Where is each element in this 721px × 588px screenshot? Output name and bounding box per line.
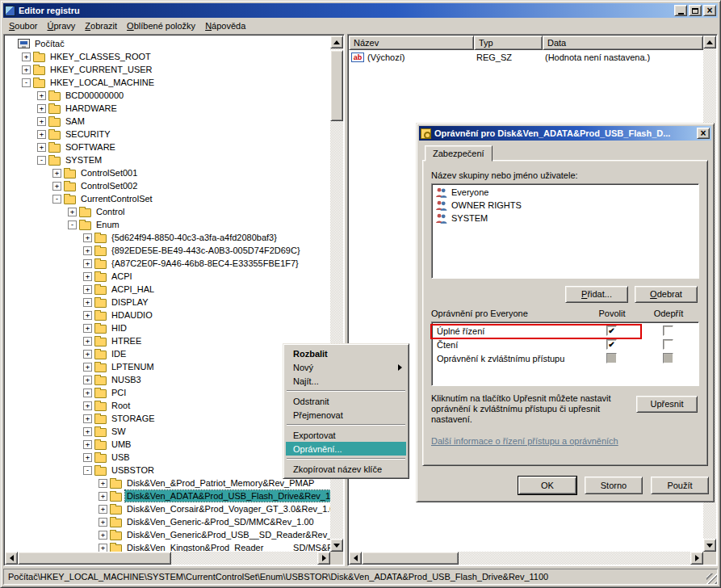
- tree-node-label[interactable]: ACPI: [110, 271, 134, 282]
- tree-node-label[interactable]: PCI: [110, 387, 128, 398]
- tree-node-label[interactable]: ControlSet001: [79, 167, 139, 178]
- expand-toggle-icon[interactable]: +: [52, 169, 61, 178]
- expand-toggle-icon[interactable]: +: [83, 272, 92, 281]
- expand-toggle-icon[interactable]: +: [83, 259, 92, 268]
- expand-toggle-icon[interactable]: +: [83, 285, 92, 294]
- group-list-item[interactable]: Everyone: [434, 186, 697, 199]
- cancel-button[interactable]: Storno: [585, 477, 643, 494]
- tree-node-label[interactable]: SOFTWARE: [64, 141, 117, 153]
- group-list-item[interactable]: OWNER RIGHTS: [434, 199, 697, 212]
- expand-toggle-icon[interactable]: +: [83, 246, 92, 255]
- tree-node-label[interactable]: Počítač: [33, 38, 66, 49]
- expand-toggle-icon[interactable]: +: [99, 518, 107, 527]
- vertical-scrollbar-thumb[interactable]: [330, 50, 343, 121]
- tree-node-label[interactable]: HTREE: [110, 335, 143, 346]
- tree-node-label[interactable]: HARDWARE: [64, 103, 119, 114]
- ok-button[interactable]: OK: [518, 477, 576, 494]
- scroll-right-button[interactable]: [317, 552, 330, 565]
- context-menu-item[interactable]: Oprávnění...: [286, 442, 406, 456]
- dialog-title-bar[interactable]: Oprávnění pro Disk&Ven_ADATA&Prod_USB_Fl…: [419, 126, 711, 141]
- collapse-toggle-icon[interactable]: -: [68, 220, 77, 229]
- expand-toggle-icon[interactable]: +: [83, 233, 92, 242]
- tree-node-label[interactable]: ACPI_HAL: [110, 284, 156, 295]
- menu-item[interactable]: Soubor: [4, 19, 42, 32]
- deny-checkbox[interactable]: [663, 353, 673, 363]
- tree-node-label[interactable]: Enum: [94, 219, 121, 230]
- tree-node-label[interactable]: SECURITY: [64, 128, 112, 140]
- maximize-button[interactable]: [689, 5, 702, 16]
- tree-node-label[interactable]: HKEY_CLASSES_ROOT: [48, 51, 153, 62]
- scroll-left-button[interactable]: [5, 552, 18, 565]
- minimize-button[interactable]: [674, 5, 687, 16]
- expand-toggle-icon[interactable]: +: [99, 544, 107, 552]
- tree-node-label[interactable]: HID: [110, 322, 128, 334]
- tree-node-label[interactable]: NUSB3: [110, 374, 143, 385]
- tree-node-label[interactable]: IDE: [110, 348, 128, 359]
- tree-node-label[interactable]: HKEY_CURRENT_USER: [48, 64, 154, 75]
- allow-checkbox[interactable]: ✔: [606, 339, 617, 350]
- scroll-up-button[interactable]: [330, 36, 343, 48]
- deny-checkbox[interactable]: [663, 339, 673, 350]
- tree-node-label[interactable]: USBSTOR: [110, 464, 156, 476]
- access-control-link[interactable]: Další informace o řízení přístupu a oprá…: [431, 436, 618, 446]
- tree-node-label[interactable]: Disk&Ven_&Prod_Patriot_Memory&Rev_PMAP: [125, 477, 316, 489]
- menu-item[interactable]: Úpravy: [42, 19, 80, 32]
- expand-toggle-icon[interactable]: +: [83, 337, 92, 346]
- expand-toggle-icon[interactable]: +: [83, 401, 92, 410]
- scroll-right-button[interactable]: [690, 552, 703, 565]
- tree-node-label[interactable]: HKEY_LOCAL_MACHINE: [48, 77, 156, 88]
- tree-node-label[interactable]: Control: [94, 206, 126, 217]
- expand-toggle-icon[interactable]: +: [83, 324, 92, 333]
- allow-checkbox[interactable]: [606, 353, 617, 363]
- tree-node-label[interactable]: BCD00000000: [64, 90, 125, 101]
- expand-toggle-icon[interactable]: +: [83, 427, 92, 436]
- column-header[interactable]: Typ: [474, 36, 543, 50]
- expand-toggle-icon[interactable]: +: [37, 104, 46, 113]
- title-bar[interactable]: Editor registru: [3, 3, 718, 18]
- context-menu-item[interactable]: Nový: [286, 360, 406, 374]
- apply-button[interactable]: Použít: [651, 477, 709, 494]
- context-menu-item[interactable]: Přejmenovat: [286, 408, 406, 422]
- context-menu-item[interactable]: Zkopírovat název klíče: [286, 462, 406, 476]
- expand-toggle-icon[interactable]: +: [83, 298, 92, 307]
- dialog-close-button[interactable]: [697, 128, 710, 139]
- add-button[interactable]: Přidat...: [565, 286, 628, 303]
- remove-button[interactable]: Odebrat: [635, 286, 698, 303]
- expand-toggle-icon[interactable]: +: [83, 453, 92, 462]
- collapse-toggle-icon[interactable]: -: [52, 195, 61, 204]
- tree-node-label[interactable]: {A87C2E0F-9A46-46b8-8EC4-E33355FBE1F7}: [110, 258, 300, 269]
- expand-toggle-icon[interactable]: +: [99, 479, 107, 488]
- column-header[interactable]: Data: [543, 36, 703, 50]
- scroll-down-button[interactable]: [703, 539, 716, 552]
- resize-grip[interactable]: [706, 573, 717, 584]
- tree-node-label[interactable]: SW: [110, 426, 128, 437]
- expand-toggle-icon[interactable]: +: [83, 414, 92, 423]
- value-row[interactable]: ab(Výchozí)REG_SZ(Hodnota není nastavena…: [349, 50, 703, 64]
- menu-item[interactable]: Zobrazit: [80, 19, 122, 32]
- tree-node-label[interactable]: SAM: [64, 116, 86, 127]
- values-horizontal-scrollbar[interactable]: [349, 552, 703, 565]
- expand-toggle-icon[interactable]: +: [83, 440, 92, 449]
- tree-node-label[interactable]: Disk&Ven_Corsair&Prod_Voyager_GT_3.0&Rev…: [125, 503, 330, 514]
- expand-toggle-icon[interactable]: +: [37, 130, 46, 139]
- advanced-button[interactable]: Upřesnit: [636, 396, 698, 413]
- expand-toggle-icon[interactable]: +: [37, 143, 46, 152]
- collapse-toggle-icon[interactable]: -: [83, 466, 92, 475]
- tree-horizontal-scrollbar[interactable]: [5, 552, 330, 565]
- expand-toggle-icon[interactable]: +: [83, 350, 92, 359]
- tree-node-label[interactable]: {5d624f94-8850-40c3-a3fa-a4fd2080baf3}: [110, 232, 279, 243]
- group-list[interactable]: EveryoneOWNER RIGHTSSYSTEM: [431, 183, 699, 279]
- context-menu-item[interactable]: Rozbalit: [286, 346, 406, 360]
- context-menu-item[interactable]: Odstranit: [286, 394, 406, 408]
- menu-item[interactable]: Oblíbené položky: [122, 19, 200, 32]
- expand-toggle-icon[interactable]: +: [83, 363, 92, 372]
- expand-toggle-icon[interactable]: +: [22, 65, 31, 74]
- expand-toggle-icon[interactable]: +: [99, 531, 107, 540]
- tree-node-label[interactable]: Disk&Ven_Generic&Prod_USB__SD_Reader&Rev…: [125, 529, 330, 540]
- allow-checkbox[interactable]: ✔: [606, 326, 617, 336]
- tree-node-label[interactable]: DISPLAY: [110, 296, 150, 308]
- tree-node-label[interactable]: USB: [110, 452, 132, 463]
- scroll-down-button[interactable]: [330, 539, 343, 552]
- expand-toggle-icon[interactable]: +: [83, 311, 92, 320]
- horizontal-scrollbar-thumb[interactable]: [362, 552, 459, 565]
